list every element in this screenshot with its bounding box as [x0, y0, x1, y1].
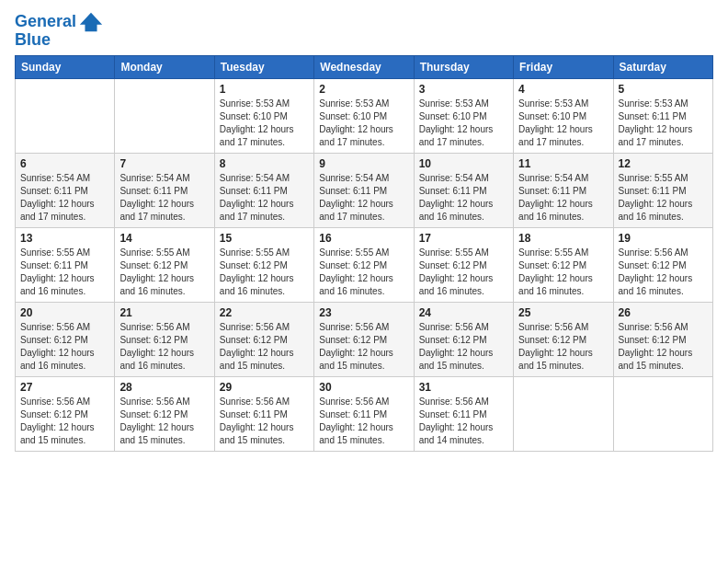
day-number: 17: [419, 232, 508, 245]
day-info: Sunrise: 5:56 AM Sunset: 6:12 PM Dayligh…: [619, 247, 708, 298]
day-info: Sunrise: 5:55 AM Sunset: 6:12 PM Dayligh…: [220, 247, 309, 298]
calendar-cell: 19Sunrise: 5:56 AM Sunset: 6:12 PM Dayli…: [613, 227, 712, 302]
calendar-cell: 18Sunrise: 5:55 AM Sunset: 6:12 PM Dayli…: [514, 227, 613, 302]
day-number: 13: [20, 232, 109, 245]
day-info: Sunrise: 5:54 AM Sunset: 6:11 PM Dayligh…: [419, 172, 508, 224]
day-number: 9: [319, 157, 408, 170]
calendar-cell: 26Sunrise: 5:56 AM Sunset: 6:12 PM Dayli…: [613, 302, 712, 376]
day-info: Sunrise: 5:53 AM Sunset: 6:10 PM Dayligh…: [518, 98, 608, 149]
day-info: Sunrise: 5:53 AM Sunset: 6:10 PM Dayligh…: [319, 98, 408, 149]
calendar-cell: 13Sunrise: 5:55 AM Sunset: 6:11 PM Dayli…: [16, 227, 115, 302]
week-row-1: 6Sunrise: 5:54 AM Sunset: 6:11 PM Daylig…: [16, 153, 713, 227]
calendar-cell: 2Sunrise: 5:53 AM Sunset: 6:10 PM Daylig…: [314, 78, 414, 153]
day-number: 31: [419, 381, 508, 394]
calendar-cell: 10Sunrise: 5:54 AM Sunset: 6:11 PM Dayli…: [414, 153, 513, 227]
calendar-cell: 6Sunrise: 5:54 AM Sunset: 6:11 PM Daylig…: [16, 153, 115, 227]
day-info: Sunrise: 5:56 AM Sunset: 6:11 PM Dayligh…: [319, 396, 408, 447]
calendar-cell: 20Sunrise: 5:56 AM Sunset: 6:12 PM Dayli…: [16, 302, 115, 376]
day-info: Sunrise: 5:56 AM Sunset: 6:12 PM Dayligh…: [20, 396, 109, 447]
day-number: 2: [319, 83, 408, 96]
calendar-cell: 12Sunrise: 5:55 AM Sunset: 6:11 PM Dayli…: [613, 153, 712, 227]
day-info: Sunrise: 5:55 AM Sunset: 6:12 PM Dayligh…: [419, 247, 508, 298]
day-info: Sunrise: 5:56 AM Sunset: 6:12 PM Dayligh…: [319, 321, 408, 373]
page: General Blue SundayMondayTuesdayWednesda…: [0, 0, 728, 563]
day-info: Sunrise: 5:55 AM Sunset: 6:12 PM Dayligh…: [319, 247, 408, 298]
week-row-0: 1Sunrise: 5:53 AM Sunset: 6:10 PM Daylig…: [16, 78, 713, 153]
calendar-cell: [16, 78, 115, 153]
calendar-table: SundayMondayTuesdayWednesdayThursdayFrid…: [15, 55, 713, 452]
weekday-header-thursday: Thursday: [414, 55, 513, 78]
calendar-cell: 25Sunrise: 5:56 AM Sunset: 6:12 PM Dayli…: [514, 302, 613, 376]
day-number: 27: [20, 381, 109, 394]
calendar-cell: 29Sunrise: 5:56 AM Sunset: 6:11 PM Dayli…: [214, 376, 313, 451]
day-number: 19: [619, 232, 708, 245]
day-info: Sunrise: 5:56 AM Sunset: 6:12 PM Dayligh…: [119, 396, 209, 447]
weekday-header-friday: Friday: [514, 55, 613, 78]
day-info: Sunrise: 5:53 AM Sunset: 6:11 PM Dayligh…: [619, 98, 708, 149]
header: General Blue: [15, 9, 713, 50]
day-info: Sunrise: 5:56 AM Sunset: 6:12 PM Dayligh…: [518, 321, 608, 373]
day-number: 18: [518, 232, 608, 245]
calendar-cell: 11Sunrise: 5:54 AM Sunset: 6:11 PM Dayli…: [514, 153, 613, 227]
day-number: 16: [319, 232, 408, 245]
calendar-cell: 4Sunrise: 5:53 AM Sunset: 6:10 PM Daylig…: [514, 78, 613, 153]
day-number: 25: [518, 306, 608, 319]
day-number: 14: [119, 232, 209, 245]
calendar-cell: 27Sunrise: 5:56 AM Sunset: 6:12 PM Dayli…: [16, 376, 115, 451]
day-info: Sunrise: 5:55 AM Sunset: 6:12 PM Dayligh…: [518, 247, 608, 298]
calendar-cell: 16Sunrise: 5:55 AM Sunset: 6:12 PM Dayli…: [314, 227, 414, 302]
day-number: 29: [220, 381, 309, 394]
day-number: 20: [20, 306, 109, 319]
day-info: Sunrise: 5:56 AM Sunset: 6:12 PM Dayligh…: [119, 321, 209, 373]
day-info: Sunrise: 5:55 AM Sunset: 6:11 PM Dayligh…: [20, 247, 109, 298]
svg-marker-0: [80, 13, 102, 32]
day-info: Sunrise: 5:53 AM Sunset: 6:10 PM Dayligh…: [220, 98, 309, 149]
weekday-header-saturday: Saturday: [613, 55, 712, 78]
day-number: 28: [119, 381, 209, 394]
day-number: 24: [419, 306, 508, 319]
calendar-cell: 8Sunrise: 5:54 AM Sunset: 6:11 PM Daylig…: [214, 153, 313, 227]
calendar-cell: 23Sunrise: 5:56 AM Sunset: 6:12 PM Dayli…: [314, 302, 414, 376]
calendar-cell: 28Sunrise: 5:56 AM Sunset: 6:12 PM Dayli…: [115, 376, 214, 451]
day-info: Sunrise: 5:54 AM Sunset: 6:11 PM Dayligh…: [20, 172, 109, 224]
day-info: Sunrise: 5:56 AM Sunset: 6:12 PM Dayligh…: [20, 321, 109, 373]
calendar-cell: 1Sunrise: 5:53 AM Sunset: 6:10 PM Daylig…: [214, 78, 313, 153]
calendar-cell: 24Sunrise: 5:56 AM Sunset: 6:12 PM Dayli…: [414, 302, 513, 376]
day-number: 23: [319, 306, 408, 319]
day-number: 15: [220, 232, 309, 245]
week-row-3: 20Sunrise: 5:56 AM Sunset: 6:12 PM Dayli…: [16, 302, 713, 376]
day-number: 7: [119, 157, 209, 170]
day-number: 6: [20, 157, 109, 170]
calendar-cell: 21Sunrise: 5:56 AM Sunset: 6:12 PM Dayli…: [115, 302, 214, 376]
day-number: 10: [419, 157, 508, 170]
weekday-header-wednesday: Wednesday: [314, 55, 414, 78]
calendar-cell: [613, 376, 712, 451]
logo-blue-text: Blue: [15, 31, 51, 50]
weekday-header-row: SundayMondayTuesdayWednesdayThursdayFrid…: [16, 55, 713, 78]
calendar-cell: [514, 376, 613, 451]
logo-text: General: [15, 13, 76, 31]
week-row-4: 27Sunrise: 5:56 AM Sunset: 6:12 PM Dayli…: [16, 376, 713, 451]
calendar-cell: 17Sunrise: 5:55 AM Sunset: 6:12 PM Dayli…: [414, 227, 513, 302]
day-info: Sunrise: 5:54 AM Sunset: 6:11 PM Dayligh…: [319, 172, 408, 224]
day-info: Sunrise: 5:54 AM Sunset: 6:11 PM Dayligh…: [220, 172, 309, 224]
day-info: Sunrise: 5:56 AM Sunset: 6:11 PM Dayligh…: [220, 396, 309, 447]
weekday-header-sunday: Sunday: [16, 55, 115, 78]
calendar-cell: 31Sunrise: 5:56 AM Sunset: 6:11 PM Dayli…: [414, 376, 513, 451]
day-number: 26: [619, 306, 708, 319]
day-number: 8: [220, 157, 309, 170]
day-info: Sunrise: 5:56 AM Sunset: 6:12 PM Dayligh…: [619, 321, 708, 373]
week-row-2: 13Sunrise: 5:55 AM Sunset: 6:11 PM Dayli…: [16, 227, 713, 302]
day-number: 4: [518, 83, 608, 96]
day-info: Sunrise: 5:56 AM Sunset: 6:12 PM Dayligh…: [220, 321, 309, 373]
calendar-cell: 15Sunrise: 5:55 AM Sunset: 6:12 PM Dayli…: [214, 227, 313, 302]
calendar-cell: 22Sunrise: 5:56 AM Sunset: 6:12 PM Dayli…: [214, 302, 313, 376]
day-number: 12: [619, 157, 708, 170]
calendar-cell: 3Sunrise: 5:53 AM Sunset: 6:10 PM Daylig…: [414, 78, 513, 153]
weekday-header-tuesday: Tuesday: [214, 55, 313, 78]
calendar-cell: [115, 78, 214, 153]
logo-icon: [78, 9, 104, 35]
calendar-cell: 7Sunrise: 5:54 AM Sunset: 6:11 PM Daylig…: [115, 153, 214, 227]
calendar-cell: 14Sunrise: 5:55 AM Sunset: 6:12 PM Dayli…: [115, 227, 214, 302]
logo: General Blue: [15, 9, 104, 50]
